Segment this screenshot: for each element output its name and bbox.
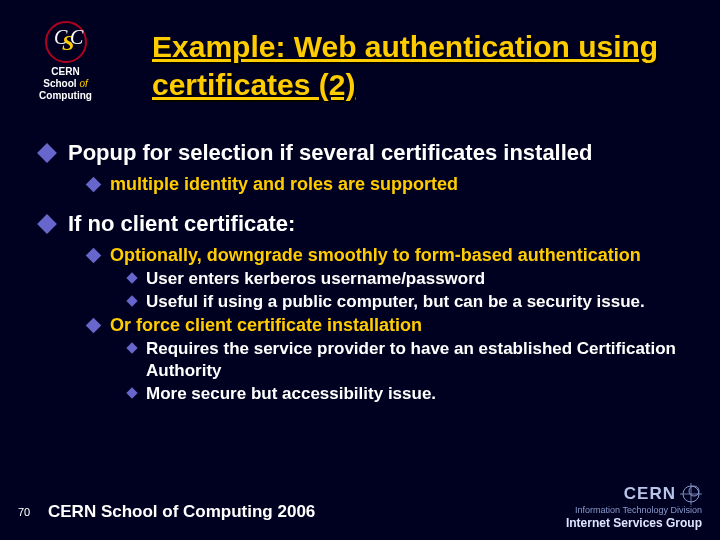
bullet-text: If no client certificate:	[68, 211, 295, 236]
bullet-text: Optionally, downgrade smoothly to form-b…	[110, 245, 641, 265]
diamond-icon	[86, 177, 102, 193]
slide-title: Example: Web authentication using certif…	[152, 28, 690, 104]
diamond-icon	[37, 214, 57, 234]
logo-label: CERN School of Computing	[18, 66, 113, 102]
diamond-icon	[126, 387, 137, 398]
logo-line1: CERN	[51, 66, 79, 77]
subbullet-force-install: Or force client certificate installation…	[88, 315, 690, 405]
bullet-text: Or force client certificate installation	[110, 315, 422, 335]
cern-ring-icon	[680, 483, 702, 505]
subsub-public-computer: Useful if using a public computer, but c…	[128, 291, 690, 313]
logo-line2b: Computing	[39, 90, 92, 101]
logo-line2a: School	[43, 78, 76, 89]
bullet-no-cert: If no client certificate: Optionally, do…	[40, 211, 690, 405]
bullet-text: User enters kerberos username/password	[146, 269, 485, 288]
bullet-popup: Popup for selection if several certifica…	[40, 140, 690, 195]
diamond-icon	[37, 143, 57, 163]
diamond-icon	[86, 248, 102, 264]
slide: C S C CERN School of Computing Example: …	[0, 0, 720, 540]
diamond-icon	[126, 342, 137, 353]
diamond-icon	[126, 295, 137, 306]
csc-logo: C S C CERN School of Computing	[18, 20, 113, 102]
diamond-icon	[126, 272, 137, 283]
slide-content: Popup for selection if several certifica…	[40, 140, 690, 421]
bullet-text: multiple identity and roles are supporte…	[110, 174, 458, 194]
subbullet-multiple-identity: multiple identity and roles are supporte…	[88, 174, 690, 195]
bullet-text: Popup for selection if several certifica…	[68, 140, 593, 165]
svg-text:C: C	[70, 26, 84, 48]
csc-logo-icon: C S C	[44, 20, 88, 64]
footer-right: CERN Information Technology Division Int…	[566, 483, 702, 530]
footer-text: CERN School of Computing 2006	[48, 502, 315, 522]
cern-division: Information Technology Division	[566, 505, 702, 515]
subsub-kerberos: User enters kerberos username/password	[128, 268, 690, 290]
diamond-icon	[86, 318, 102, 334]
page-number: 70	[18, 506, 30, 518]
cern-group: Internet Services Group	[566, 516, 702, 530]
subsub-requires-ca: Requires the service provider to have an…	[128, 338, 690, 382]
logo-of: of	[79, 78, 87, 89]
bullet-text: More secure but accessibility issue.	[146, 384, 436, 403]
cern-word: CERN	[624, 484, 676, 504]
bullet-text: Useful if using a public computer, but c…	[146, 292, 645, 311]
subsub-more-secure: More secure but accessibility issue.	[128, 383, 690, 405]
bullet-text: Requires the service provider to have an…	[146, 339, 676, 380]
svg-point-5	[689, 486, 699, 496]
subbullet-downgrade: Optionally, downgrade smoothly to form-b…	[88, 245, 690, 313]
